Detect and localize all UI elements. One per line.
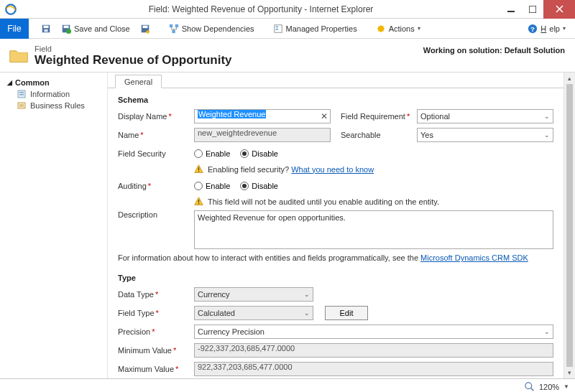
display-name-input[interactable]: Weighted Revenue (194, 109, 331, 123)
actions-menu[interactable]: Actions ▾ (372, 21, 424, 37)
sidebar-group-common[interactable]: ◢ Common (0, 77, 107, 88)
help-icon: ? (528, 24, 538, 34)
chevron-down-icon: ⌄ (544, 131, 550, 139)
managed-properties-button[interactable]: Managed Properties (270, 21, 361, 37)
entity-label: Field (34, 45, 423, 53)
svg-rect-12 (142, 25, 147, 28)
save-as-button[interactable] (137, 21, 154, 37)
collapse-icon: ◢ (7, 79, 12, 86)
chevron-down-icon: ⌄ (304, 291, 310, 298)
svg-rect-9 (64, 25, 69, 28)
field-security-enable[interactable]: Enable (194, 149, 230, 158)
properties-icon (273, 24, 283, 34)
field-type-select: Calculated⌄ (194, 306, 313, 320)
save-close-button[interactable]: Save and Close (58, 21, 134, 37)
audit-warning: This field will not be audited until you… (194, 197, 553, 206)
chevron-down-icon: ⌄ (304, 309, 310, 317)
min-value-label: Minimum Value* (118, 346, 194, 355)
svg-rect-28 (198, 200, 199, 202)
scrollbar[interactable]: ▴ ▾ (564, 73, 575, 378)
actions-icon (376, 24, 386, 34)
show-dependencies-button[interactable]: Show Dependencies (165, 21, 258, 37)
precision-select[interactable]: Currency Precision⌄ (194, 325, 553, 339)
scroll-thumb[interactable] (566, 84, 573, 367)
edit-button[interactable]: Edit (325, 306, 368, 320)
svg-point-30 (525, 382, 532, 388)
zoom-icon (525, 382, 535, 392)
svg-rect-2 (529, 6, 536, 13)
schema-heading: Schema (118, 95, 553, 104)
chevron-down-icon: ⌄ (544, 113, 550, 120)
field-security-label: Field Security (118, 149, 194, 158)
svg-rect-14 (175, 24, 178, 27)
svg-rect-13 (170, 24, 172, 27)
display-name-label: Display Name* (118, 112, 194, 121)
caret-down-icon: ▾ (563, 25, 566, 32)
minimize-button[interactable] (500, 0, 522, 19)
svg-point-0 (6, 4, 16, 14)
page-title: Weighted Revenue of Opportunity (34, 53, 423, 67)
dependencies-icon (169, 24, 179, 34)
file-menu[interactable]: File (0, 19, 29, 39)
clear-icon[interactable]: ✕ (321, 111, 328, 121)
save-icon (41, 24, 51, 34)
svg-rect-27 (198, 171, 199, 172)
svg-rect-29 (198, 203, 199, 204)
info-icon (17, 90, 26, 98)
warning-icon (194, 164, 203, 174)
sidebar-item-information[interactable]: Information (0, 88, 107, 100)
auditing-enable[interactable]: Enable (194, 182, 230, 190)
sidebar-item-business-rules[interactable]: Business Rules (0, 100, 107, 111)
field-requirement-label: Field Requirement* (341, 112, 417, 121)
name-input: new_weightedrevenue (194, 128, 331, 142)
warning-icon (194, 197, 203, 206)
svg-rect-23 (19, 92, 24, 93)
save-close-icon (61, 24, 71, 34)
field-requirement-select[interactable]: Optional⌄ (417, 109, 553, 123)
ie-icon (4, 3, 17, 16)
caret-down-icon: ▾ (418, 25, 420, 32)
sidebar: ◢ Common Information Business Rules (0, 73, 108, 378)
data-type-label: Data Type* (118, 290, 194, 299)
type-heading: Type (118, 274, 553, 282)
data-type-select: Currency⌄ (194, 287, 313, 302)
auditing-disable[interactable]: Disable (240, 182, 278, 190)
help-menu[interactable]: ? Help ▾ (524, 21, 569, 37)
max-value-label: Maximum Value* (118, 365, 194, 373)
toolbar: File Save and Close Show Dependencies Ma… (0, 19, 575, 39)
svg-rect-18 (275, 29, 278, 30)
svg-rect-24 (19, 94, 24, 95)
chevron-down-icon: ⌄ (544, 328, 550, 335)
zoom-caret-icon[interactable]: ▼ (564, 383, 569, 390)
close-button[interactable] (543, 0, 575, 19)
scroll-down-icon[interactable]: ▾ (564, 367, 575, 378)
folder-icon (9, 46, 29, 65)
name-label: Name* (118, 131, 194, 139)
security-info-link[interactable]: What you need to know (291, 165, 374, 174)
svg-rect-6 (44, 25, 49, 28)
svg-rect-25 (18, 103, 25, 108)
description-label: Description (118, 210, 194, 219)
max-value-input: 922,337,203,685,477.0000 (194, 362, 553, 376)
sdk-link[interactable]: Microsoft Dynamics CRM SDK (420, 253, 528, 262)
searchable-select[interactable]: Yes⌄ (417, 128, 553, 142)
svg-text:?: ? (530, 24, 535, 32)
save-button[interactable] (37, 21, 55, 37)
save-new-icon (140, 24, 150, 34)
precision-label: Precision* (118, 327, 194, 336)
svg-point-10 (66, 29, 71, 34)
maximize-button[interactable] (522, 0, 543, 19)
rules-icon (17, 101, 26, 110)
searchable-label: Searchable (341, 131, 417, 139)
scroll-up-icon[interactable]: ▴ (564, 73, 575, 84)
page-header: Field Weighted Revenue of Opportunity Wo… (0, 39, 575, 73)
svg-rect-7 (44, 29, 47, 32)
tab-general[interactable]: General (115, 75, 162, 88)
description-input[interactable] (194, 210, 553, 249)
security-warning: Enabling field security? What you need t… (194, 164, 553, 174)
field-security-disable[interactable]: Disable (240, 149, 278, 158)
main-panel: General Schema Display Name* Weighted Re… (108, 73, 575, 378)
svg-rect-26 (198, 167, 199, 170)
svg-line-31 (531, 388, 534, 391)
solution-label: Working on solution: Default Solution (423, 46, 565, 67)
